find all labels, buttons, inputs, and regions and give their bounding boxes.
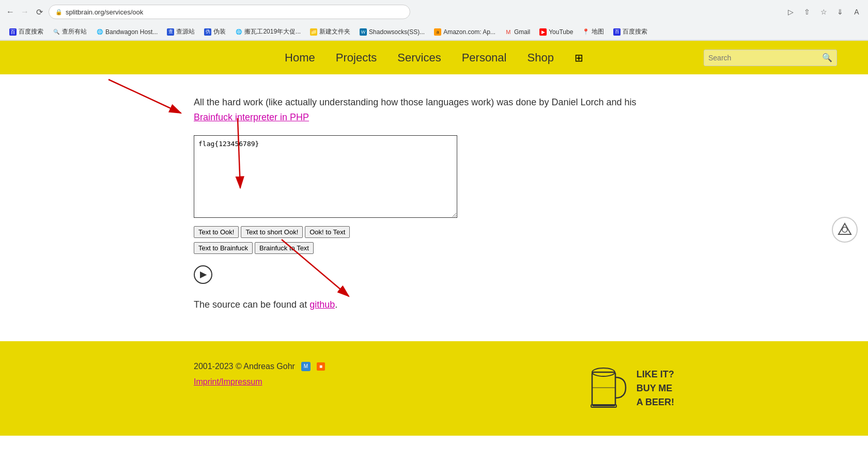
like-text: LIKE IT?BUY MEA BEER! <box>637 368 674 409</box>
chaxuo-icon: 🔍 <box>53 28 60 36</box>
banwa-icon: 🌐 <box>235 28 242 36</box>
bookmark-chayuan[interactable]: 查 查源站 <box>163 26 199 38</box>
svg-point-9 <box>842 227 847 232</box>
search-button[interactable]: 🔍 <box>818 51 836 65</box>
bookmark-weizhuang[interactable]: 伪 伪装 <box>200 26 230 38</box>
search-box[interactable]: 🔍 <box>704 50 837 66</box>
url-text: splitbrain.org/services/ook <box>66 8 143 16</box>
svg-marker-8 <box>839 224 851 234</box>
beer-mug-svg <box>587 362 628 413</box>
amazon-icon: a <box>434 28 441 36</box>
bookmark-shadowsocks[interactable]: W Shadowsocks(SS)... <box>355 27 429 37</box>
triforce-svg <box>837 222 853 237</box>
download-button[interactable]: ⇓ <box>834 6 846 18</box>
bookmark-label: Bandwagon Host... <box>105 28 158 36</box>
footer-left: 2001-2023 © Andreas Gohr M ■ Imprint/Imp… <box>194 362 325 387</box>
bookmark-label: Gmail <box>514 28 530 36</box>
address-bar[interactable]: 🔒 splitbrain.org/services/ook <box>49 5 410 19</box>
bookmark-button[interactable]: ☆ <box>817 6 830 18</box>
run-button[interactable]: ▶ <box>194 265 212 284</box>
shadowsocks-icon: W <box>360 28 367 36</box>
bookmark-baidu2[interactable]: 百 百度搜索 <box>609 26 652 38</box>
site-nav: Home Projects Services Personal Shop ⊞ 🔍 <box>0 41 868 74</box>
youtube-icon: ▶ <box>539 28 547 36</box>
bookmark-folder[interactable]: 📁 新建文件夹 <box>306 26 354 38</box>
footer-copyright: 2001-2023 © Andreas Gohr M ■ <box>194 362 325 371</box>
ook-buttons: Text to Ook! Text to short Ook! Ook! to … <box>194 226 674 238</box>
search-input[interactable] <box>704 52 818 64</box>
bookmark-youtube[interactable]: ▶ YouTube <box>535 27 577 37</box>
footer-right: LIKE IT?BUY MEA BEER! <box>587 362 674 415</box>
brainfuck-to-text-button[interactable]: Brainfuck to Text <box>255 242 314 254</box>
ook-buttons-row2: Text to Brainfuck Brainfuck to Text <box>194 242 674 254</box>
paragraph-text: All the hard work (like actually underst… <box>194 97 637 107</box>
text-to-ook-button[interactable]: Text to Ook! <box>194 226 239 238</box>
bookmark-label: 伪装 <box>213 27 226 36</box>
text-to-short-ook-button[interactable]: Text to short Ook! <box>241 226 303 238</box>
main-content: All the hard work (like actually underst… <box>0 74 868 341</box>
cast-button[interactable]: ▷ <box>784 6 797 18</box>
bookmark-label: 地图 <box>592 27 604 36</box>
bookmark-maps[interactable]: 📍 地图 <box>578 26 608 38</box>
bookmark-baidu[interactable]: 百 百度搜索 <box>5 26 48 38</box>
triforce-icon[interactable] <box>832 217 858 243</box>
github-link[interactable]: github <box>309 299 335 310</box>
svg-rect-4 <box>592 372 615 406</box>
profile-button[interactable]: A <box>850 6 863 18</box>
content-paragraph: All the hard work (like actually underst… <box>194 95 674 125</box>
imprint-link[interactable]: Imprint/Impressum <box>194 377 262 386</box>
nav-projects[interactable]: Projects <box>336 51 377 65</box>
run-section: ▶ <box>194 260 674 289</box>
nav-personal[interactable]: Personal <box>462 51 507 65</box>
browser-toolbar: ← → ⟳ 🔒 splitbrain.org/services/ook ▷ ⇧ … <box>0 0 868 24</box>
nav-shop[interactable]: Shop <box>527 51 553 65</box>
grid-icon[interactable]: ⊞ <box>575 52 583 64</box>
bookmark-amazon[interactable]: a Amazon.com: Ap... <box>430 27 500 37</box>
bookmark-chaxuo[interactable]: 🔍 查所有站 <box>49 26 91 38</box>
forward-button[interactable]: → <box>20 7 30 17</box>
bookmark-label: Amazon.com: Ap... <box>443 28 495 36</box>
bookmark-label: 新建文件夹 <box>319 27 350 36</box>
bookmark-label: 查源站 <box>176 27 195 36</box>
bandwagon-icon: 🌐 <box>96 28 103 36</box>
maps-icon: 📍 <box>582 28 590 36</box>
bookmark-label: 搬瓦工2019年大促... <box>244 27 301 36</box>
back-button[interactable]: ← <box>5 7 16 17</box>
bookmark-bandwagon[interactable]: 🌐 Bandwagon Host... <box>92 27 162 37</box>
reload-button[interactable]: ⟳ <box>34 7 44 17</box>
rss-icon[interactable]: ■ <box>317 362 325 371</box>
nav-links: Home Projects Services Personal Shop ⊞ <box>285 51 583 65</box>
bookmark-gmail[interactable]: M Gmail <box>501 27 534 37</box>
nav-services[interactable]: Services <box>397 51 441 65</box>
bookmark-label: 百度搜索 <box>623 27 647 36</box>
bookmarks-bar: 百 百度搜索 🔍 查所有站 🌐 Bandwagon Host... 查 查源站 … <box>0 24 868 40</box>
chayuan-icon: 查 <box>167 28 174 36</box>
text-to-brainfuck-button[interactable]: Text to Brainfuck <box>194 242 253 254</box>
weizhuang-icon: 伪 <box>204 28 211 36</box>
bookmark-label: YouTube <box>549 28 573 36</box>
browser-actions: ▷ ⇧ ☆ ⇓ A <box>784 6 863 18</box>
ook-to-text-button[interactable]: Ook! to Text <box>305 226 350 238</box>
bookmark-label: 百度搜索 <box>19 27 43 36</box>
ook-textarea[interactable]: flag{123456789} <box>194 135 457 218</box>
lock-icon: 🔒 <box>55 9 63 15</box>
folder-icon: 📁 <box>310 28 317 36</box>
brainfuck-link[interactable]: Brainfuck interpreter in PHP <box>194 112 309 122</box>
mastodon-icon[interactable]: M <box>301 362 311 371</box>
browser-chrome: ← → ⟳ 🔒 splitbrain.org/services/ook ▷ ⇧ … <box>0 0 868 41</box>
ook-box-wrapper: flag{123456789} <box>194 135 674 218</box>
gmail-icon: M <box>505 28 512 36</box>
baidu-icon: 百 <box>9 28 17 36</box>
source-prefix: The source can be found at <box>194 299 307 310</box>
bookmark-label: 查所有站 <box>62 27 87 36</box>
source-paragraph: The source can be found at github. <box>194 299 674 310</box>
bookmark-label: Shadowsocks(SS)... <box>369 28 425 36</box>
beer-mug-container <box>587 362 628 415</box>
share-button[interactable]: ⇧ <box>801 6 813 18</box>
nav-home[interactable]: Home <box>285 51 315 65</box>
site-footer: 2001-2023 © Andreas Gohr M ■ Imprint/Imp… <box>0 341 868 436</box>
copyright-text: 2001-2023 © Andreas Gohr <box>194 362 295 371</box>
source-suffix: . <box>335 299 337 310</box>
baidu2-icon: 百 <box>613 28 621 36</box>
bookmark-banwa[interactable]: 🌐 搬瓦工2019年大促... <box>231 26 305 38</box>
